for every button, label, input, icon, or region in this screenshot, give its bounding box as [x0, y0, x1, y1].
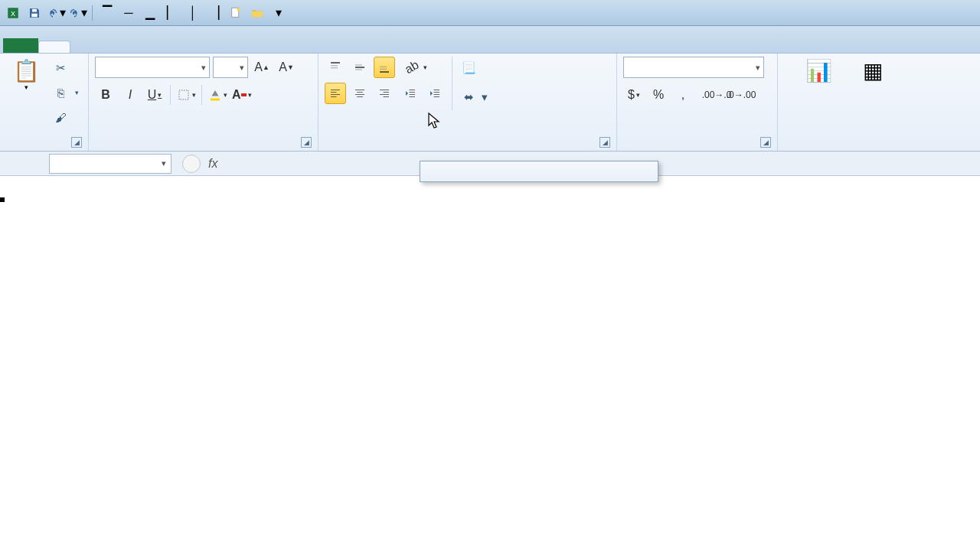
fill-color-button[interactable]: ▾ — [207, 84, 228, 106]
border-right-icon[interactable]: ▕ — [204, 3, 224, 23]
percent-button[interactable]: % — [648, 84, 669, 106]
alignment-launcher-icon[interactable]: ◢ — [599, 137, 610, 148]
border-center-icon[interactable]: │ — [183, 3, 203, 23]
cond-format-icon: 📊 — [805, 58, 832, 83]
svg-rect-2 — [31, 13, 38, 17]
bold-button[interactable]: B — [95, 84, 116, 106]
format-painter-button[interactable]: 🖌 — [51, 106, 82, 129]
new-icon[interactable] — [226, 3, 246, 23]
align-left-button[interactable] — [325, 83, 346, 104]
font-name-combo[interactable] — [95, 57, 210, 78]
svg-point-5 — [237, 8, 241, 11]
tab-data[interactable] — [167, 41, 199, 53]
selection-outline — [0, 197, 5, 202]
tab-review[interactable] — [199, 41, 231, 53]
italic-button[interactable]: I — [119, 84, 141, 106]
tab-developer[interactable] — [263, 41, 296, 53]
wrap-icon: 📃 — [462, 61, 475, 75]
save-icon[interactable] — [24, 3, 44, 23]
open-icon[interactable] — [247, 3, 267, 23]
increase-decimal-button[interactable]: .00→.0 — [706, 84, 727, 106]
tab-view[interactable] — [231, 41, 263, 53]
brush-icon: 🖌 — [54, 111, 67, 124]
ribbon-tabs — [0, 26, 980, 54]
wrap-text-button[interactable]: 📃 — [459, 57, 491, 80]
svg-rect-6 — [179, 90, 188, 99]
redo-icon[interactable]: ▾ — [67, 3, 87, 23]
grow-font-button[interactable]: A▲ — [251, 57, 273, 78]
border-bottom-icon[interactable]: ▁ — [140, 3, 160, 23]
scissors-icon: ✂ — [54, 61, 67, 75]
format-as-table-button[interactable]: ▦ — [858, 57, 888, 85]
font-color-button[interactable]: A▾ — [231, 84, 253, 106]
table-icon: ▦ — [863, 58, 883, 83]
number-launcher-icon[interactable]: ◢ — [760, 137, 771, 148]
qat-customize-icon[interactable]: ▾ — [269, 3, 289, 23]
align-top-button[interactable] — [325, 57, 346, 78]
align-center-button[interactable] — [349, 83, 371, 104]
copy-icon: ⎘ — [54, 86, 67, 99]
tab-insert[interactable] — [70, 41, 103, 53]
svg-rect-3 — [32, 8, 37, 11]
name-box[interactable] — [49, 154, 172, 174]
ribbon: 📋 ▾ ✂ ⎘▾ 🖌 ◢ A▲ A▼ B I U▾ — [0, 54, 980, 152]
excel-icon[interactable]: X — [3, 3, 23, 23]
clipboard-launcher-icon[interactable]: ◢ — [71, 137, 82, 148]
merge-icon: ⬌ — [462, 90, 475, 104]
quick-access-toolbar: X ▾ ▾ ▔ ─ ▁ ▏ │ ▕ ▾ — [3, 3, 289, 23]
font-launcher-icon[interactable]: ◢ — [301, 137, 312, 148]
tooltip — [420, 161, 658, 182]
comma-button[interactable]: , — [672, 84, 694, 106]
align-right-button[interactable] — [374, 83, 395, 104]
fx-icon[interactable]: fx — [208, 157, 217, 171]
tab-file[interactable] — [3, 38, 38, 53]
group-font: A▲ A▼ B I U▾ ▾ ▾ A▾ ◢ — [89, 54, 318, 151]
svg-rect-7 — [211, 99, 220, 101]
border-middle-icon[interactable]: ─ — [119, 3, 139, 23]
tab-page-layout[interactable] — [103, 41, 135, 53]
group-alignment: ab▾ 📃 ⬌▾ ◢ — [318, 54, 617, 151]
clipboard-icon: 📋 — [13, 58, 40, 83]
tab-formulas[interactable] — [135, 41, 167, 53]
group-clipboard: 📋 ▾ ✂ ⎘▾ 🖌 ◢ — [0, 54, 89, 151]
decrease-decimal-button[interactable]: .0→.00 — [730, 84, 752, 106]
paste-button[interactable]: 📋 ▾ — [6, 57, 46, 93]
border-top-icon[interactable]: ▔ — [97, 3, 117, 23]
cancel-formula-icon[interactable] — [182, 155, 201, 173]
decrease-indent-button[interactable] — [400, 83, 421, 104]
title-bar: X ▾ ▾ ▔ ─ ▁ ▏ │ ▕ ▾ — [0, 0, 980, 26]
orientation-button[interactable]: ab▾ — [400, 57, 433, 78]
undo-icon[interactable]: ▾ — [46, 3, 66, 23]
border-left-icon[interactable]: ▏ — [162, 3, 181, 23]
cut-button[interactable]: ✂ — [51, 57, 82, 80]
tab-home[interactable] — [38, 41, 70, 53]
number-format-combo[interactable] — [623, 57, 764, 78]
underline-button[interactable]: U▾ — [144, 84, 165, 106]
align-bottom-button[interactable] — [374, 57, 395, 78]
accounting-format-button[interactable]: $▾ — [623, 84, 645, 106]
spreadsheet-grid — [0, 176, 980, 551]
group-styles: 📊 ▦ — [778, 54, 894, 151]
font-size-combo[interactable] — [213, 57, 248, 78]
svg-text:X: X — [11, 9, 15, 17]
copy-button[interactable]: ⎘▾ — [51, 81, 82, 104]
increase-indent-button[interactable] — [424, 83, 446, 104]
group-number: $▾ % , .00→.0 .0→.00 ◢ — [617, 54, 778, 151]
borders-button[interactable]: ▾ — [175, 84, 197, 106]
shrink-font-button[interactable]: A▼ — [276, 57, 297, 78]
conditional-formatting-button[interactable]: 📊 — [784, 57, 853, 85]
align-middle-button[interactable] — [349, 57, 371, 78]
merge-center-button[interactable]: ⬌▾ — [459, 86, 491, 109]
